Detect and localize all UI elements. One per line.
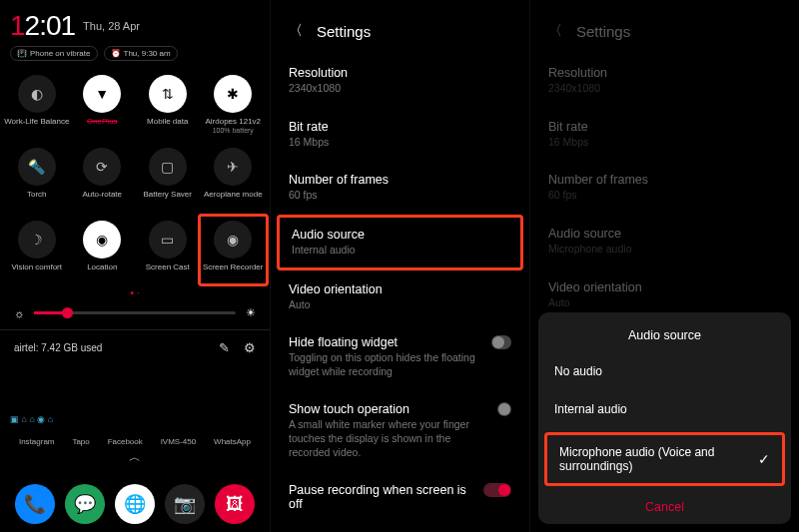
dock-phone-icon[interactable]: 📞 — [15, 484, 55, 524]
audio-source-dialog: Audio source No audioInternal audioMicro… — [538, 312, 791, 524]
check-icon: ✓ — [758, 451, 770, 467]
setting-bit-rate[interactable]: Bit rate16 Mbps — [271, 108, 529, 162]
settings-panel: 〈 Settings Resolution2340x1080Bit rate16… — [270, 0, 529, 532]
tile-label: Aeroplane mode — [204, 191, 263, 207]
app-drawer-chevron-icon[interactable]: ︿ — [129, 449, 141, 466]
setting-title: Pause recording when screen is off — [289, 483, 473, 511]
dock-chrome-icon[interactable]: 🌐 — [115, 484, 155, 524]
settings-list: Resolution2340x1080Bit rate16 MbpsNumber… — [271, 54, 529, 532]
toggle[interactable] — [483, 483, 511, 497]
setting-title: Bit rate — [548, 120, 781, 134]
setting-show-touch-operation[interactable]: Show touch operationA small white marker… — [271, 390, 529, 471]
screen-recorder-icon: ◉ — [214, 221, 252, 259]
app-label[interactable]: Tapo — [72, 437, 89, 446]
status-bar: 12:01 Thu, 28 Apr — [0, 0, 270, 44]
settings-header: 〈 Settings — [271, 0, 529, 54]
tile-aeroplane[interactable]: ✈ Aeroplane mode — [201, 144, 267, 211]
brightness-slider-row: ☼ ☀ — [0, 300, 270, 325]
dock-gallery-icon[interactable]: 🖼 — [215, 484, 255, 524]
setting-value: 60 fps — [289, 189, 511, 203]
tile-label: Airdopes 121v2100% battery — [205, 118, 261, 134]
tile-location[interactable]: ◉ Location — [70, 217, 136, 283]
clock: 12:01 — [10, 10, 75, 42]
back-icon: 〈 — [548, 22, 562, 40]
mobile-data-icon: ⇅ — [149, 75, 187, 113]
setting-desc: A small white marker where your finger t… — [289, 418, 487, 459]
tile-label: Screen Cast — [146, 264, 190, 279]
location-icon: ◉ — [83, 221, 121, 259]
tile-auto-rotate[interactable]: ⟳ Auto-rotate — [70, 144, 136, 211]
battery-saver-icon: ▢ — [149, 148, 187, 186]
setting-title: Resolution — [289, 66, 511, 80]
app-label[interactable]: IVMS-450 — [161, 437, 197, 446]
chip-vibrate[interactable]: 📳Phone on vibrate — [10, 46, 98, 61]
dialog-cancel-button[interactable]: Cancel — [538, 490, 791, 518]
setting-title: Number of frames — [548, 173, 781, 187]
quick-tiles-grid: ◐ Work-Life Balance▼ OnePlus⇅ Mobile dat… — [0, 71, 270, 283]
setting-number-of-frames[interactable]: Number of frames60 fps — [271, 161, 529, 215]
tile-label: Mobile data — [147, 118, 188, 134]
auto-rotate-icon: ⟳ — [83, 148, 121, 186]
wifi-icon: ▼ — [83, 75, 121, 113]
torch-icon: 🔦 — [18, 148, 56, 186]
setting-bit-rate: Bit rate16 Mbps — [530, 108, 799, 162]
setting-number-of-frames: Number of frames60 fps — [530, 161, 799, 215]
tile-vision-comfort[interactable]: ☽ Vision comfort — [4, 217, 70, 283]
brightness-low-icon: ☼ — [14, 307, 24, 319]
dialog-option[interactable]: Microphone audio (Voice and surroundings… — [544, 432, 785, 486]
back-icon[interactable]: 〈 — [289, 22, 303, 40]
tile-mobile-data[interactable]: ⇅ Mobile data — [135, 71, 201, 138]
app-label[interactable]: WhatsApp — [214, 437, 251, 446]
edit-icon[interactable]: ✎ — [219, 340, 230, 355]
setting-title: Audio source — [292, 228, 508, 242]
dock-messages-icon[interactable]: 💬 — [65, 484, 105, 524]
setting-feedback[interactable]: Feedback — [271, 525, 529, 532]
tile-screen-cast[interactable]: ▭ Screen Cast — [135, 217, 201, 283]
setting-value: 2340x1080 — [548, 82, 781, 96]
settings-title: Settings — [317, 23, 371, 40]
quick-settings-panel: 12:01 Thu, 28 Apr 📳Phone on vibrate ⏰Thu… — [0, 0, 270, 532]
setting-audio-source[interactable]: Audio sourceInternal audio — [277, 215, 523, 270]
setting-value: 2340x1080 — [289, 82, 511, 96]
tile-label: Screen Recorder — [203, 264, 263, 279]
tile-wifi[interactable]: ▼ OnePlus — [70, 71, 136, 138]
tile-torch[interactable]: 🔦 Torch — [4, 144, 70, 211]
tile-battery-saver[interactable]: ▢ Battery Saver — [135, 144, 201, 211]
setting-value: Auto — [289, 298, 511, 312]
setting-pause-recording-when-screen-is-off[interactable]: Pause recording when screen is off — [271, 471, 529, 525]
dialog-title: Audio source — [538, 322, 791, 352]
tile-bluetooth[interactable]: ✱ Airdopes 121v2100% battery — [201, 71, 267, 138]
notification-tray-icons: ▣ ⌂ ⌂ ◉ ⌂ — [10, 414, 53, 424]
option-label: No audio — [554, 364, 602, 378]
tile-work-life[interactable]: ◐ Work-Life Balance — [4, 71, 70, 138]
tile-label: Torch — [27, 191, 47, 207]
aeroplane-icon: ✈ — [214, 148, 252, 186]
setting-title: Video orientation — [548, 280, 781, 294]
brightness-high-icon: ☀ — [246, 306, 256, 319]
tile-label: Location — [87, 264, 117, 279]
setting-hide-floating-widget[interactable]: Hide floating widgetToggling on this opt… — [271, 323, 529, 390]
dock: 📞 💬 🌐 📷 🖼 — [0, 484, 270, 524]
setting-value: 60 fps — [548, 189, 781, 203]
tile-screen-recorder[interactable]: ◉ Screen Recorder — [198, 214, 270, 286]
settings-gear-icon[interactable]: ⚙ — [244, 340, 256, 355]
alarm-icon: ⏰ — [111, 49, 121, 58]
setting-resolution[interactable]: Resolution2340x1080 — [271, 54, 529, 108]
chip-alarm[interactable]: ⏰Thu, 9:30 am — [104, 46, 178, 61]
dock-camera-icon[interactable]: 📷 — [165, 484, 205, 524]
setting-desc: Toggling on this option hides the floati… — [289, 351, 481, 378]
setting-value: Microphone audio — [548, 243, 781, 257]
toggle[interactable] — [491, 335, 511, 349]
setting-resolution: Resolution2340x1080 — [530, 54, 799, 108]
setting-title: Bit rate — [289, 120, 511, 134]
status-chips: 📳Phone on vibrate ⏰Thu, 9:30 am — [0, 44, 270, 71]
setting-video-orientation[interactable]: Video orientationAuto — [271, 270, 529, 324]
dialog-option[interactable]: Internal audio — [538, 390, 791, 428]
screen-cast-icon: ▭ — [149, 221, 187, 259]
toggle[interactable] — [497, 402, 511, 416]
brightness-slider[interactable] — [34, 311, 236, 314]
page-dots[interactable]: • · — [0, 283, 270, 300]
app-label[interactable]: Facebook — [108, 437, 143, 446]
dialog-option[interactable]: No audio — [538, 352, 791, 390]
app-label[interactable]: Instagram — [19, 437, 55, 446]
